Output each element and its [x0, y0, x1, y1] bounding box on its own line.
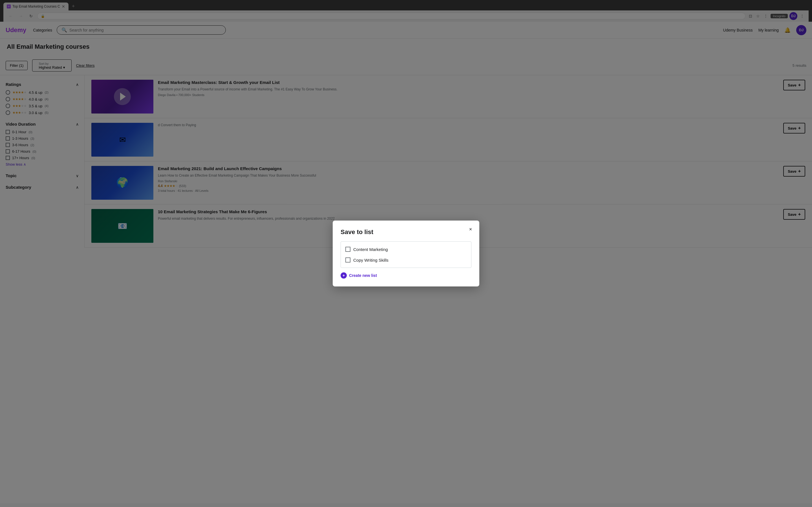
list-item-content-marketing[interactable]: Content Marketing	[341, 244, 471, 255]
modal-close-btn[interactable]: ×	[466, 225, 475, 233]
create-plus-icon: +	[341, 272, 347, 279]
list-item-label-content-marketing: Content Marketing	[353, 247, 388, 252]
create-new-list-label: Create new list	[349, 273, 377, 278]
modal-title: Save to list	[341, 228, 471, 236]
create-new-list-btn[interactable]: + Create new list	[341, 272, 471, 279]
checkbox-content-marketing[interactable]	[345, 247, 350, 252]
list-item-label-copy-writing: Copy Writing Skills	[353, 258, 389, 263]
save-to-list-modal: Save to list × Content Marketing Copy Wr…	[333, 221, 479, 286]
list-item-copy-writing[interactable]: Copy Writing Skills	[341, 255, 471, 265]
checkbox-copy-writing[interactable]	[345, 258, 350, 263]
modal-list-container: Content Marketing Copy Writing Skills	[341, 241, 471, 268]
modal-overlay[interactable]: Save to list × Content Marketing Copy Wr…	[0, 0, 812, 503]
